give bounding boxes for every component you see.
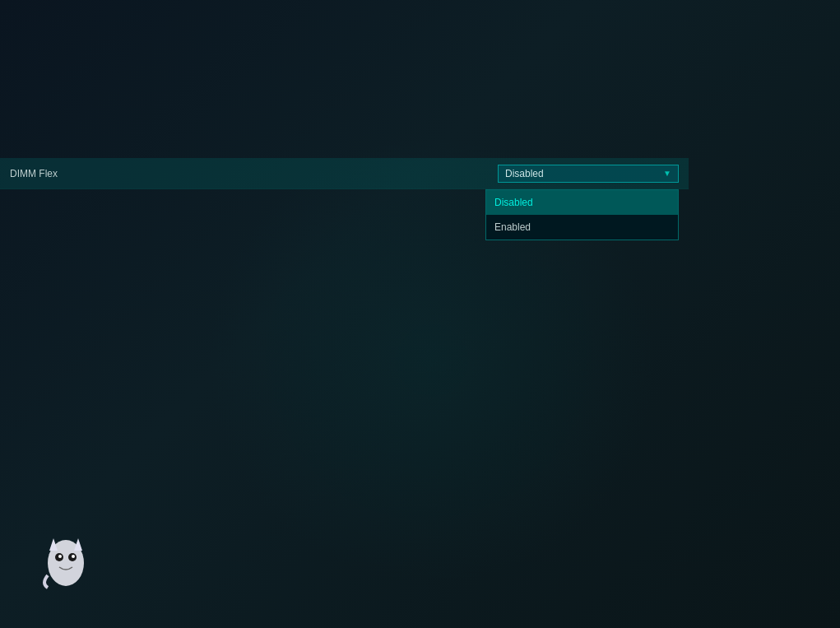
mascot-icon [41, 534, 90, 592]
dimm-flex-dropdown-menu: Disabled Enabled [485, 189, 679, 240]
svg-point-6 [72, 555, 75, 558]
mascot-area [41, 534, 90, 595]
svg-point-5 [58, 555, 62, 558]
dropdown-arrow-3: ▼ [663, 169, 671, 178]
dimm-flex-option-enabled[interactable]: Enabled [486, 215, 678, 240]
dimm-flex-option-disabled[interactable]: Disabled [486, 190, 678, 215]
